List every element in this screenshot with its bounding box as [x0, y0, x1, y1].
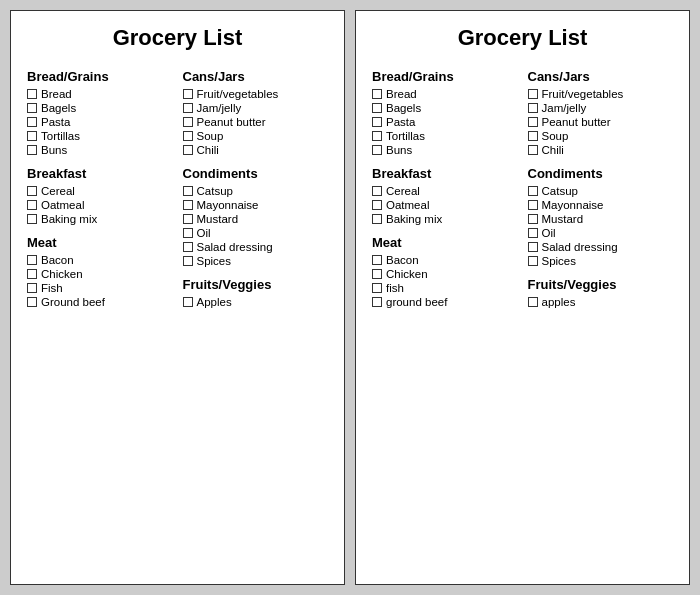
- checkbox-icon[interactable]: [372, 89, 382, 99]
- list-item[interactable]: Bacon: [27, 254, 173, 266]
- item-label: Oil: [197, 227, 211, 239]
- list-item[interactable]: apples: [528, 296, 674, 308]
- list-item[interactable]: Chili: [183, 144, 329, 156]
- checkbox-icon[interactable]: [27, 103, 37, 113]
- list-item[interactable]: Mustard: [528, 213, 674, 225]
- checkbox-icon[interactable]: [528, 89, 538, 99]
- checkbox-icon[interactable]: [528, 131, 538, 141]
- list-item[interactable]: Pasta: [27, 116, 173, 128]
- list-item[interactable]: Oil: [183, 227, 329, 239]
- list-item[interactable]: Oatmeal: [372, 199, 518, 211]
- checkbox-icon[interactable]: [183, 297, 193, 307]
- list-item[interactable]: Cereal: [27, 185, 173, 197]
- checkbox-icon[interactable]: [27, 131, 37, 141]
- checkbox-icon[interactable]: [372, 200, 382, 210]
- checkbox-icon[interactable]: [528, 242, 538, 252]
- list-item[interactable]: Mayonnaise: [183, 199, 329, 211]
- list-item[interactable]: Catsup: [183, 185, 329, 197]
- checkbox-icon[interactable]: [372, 131, 382, 141]
- list-item[interactable]: Mayonnaise: [528, 199, 674, 211]
- list-item[interactable]: Tortillas: [27, 130, 173, 142]
- list-item[interactable]: Bread: [27, 88, 173, 100]
- checkbox-icon[interactable]: [183, 117, 193, 127]
- list-item[interactable]: Catsup: [528, 185, 674, 197]
- list-item[interactable]: Fruit/vegetables: [183, 88, 329, 100]
- checkbox-icon[interactable]: [183, 103, 193, 113]
- list-item[interactable]: ground beef: [372, 296, 518, 308]
- list-item[interactable]: Peanut butter: [183, 116, 329, 128]
- item-label: Buns: [386, 144, 412, 156]
- list-item[interactable]: Buns: [27, 144, 173, 156]
- list-item[interactable]: Tortillas: [372, 130, 518, 142]
- checkbox-icon[interactable]: [27, 269, 37, 279]
- checkbox-icon[interactable]: [372, 283, 382, 293]
- checkbox-icon[interactable]: [528, 256, 538, 266]
- checkbox-icon[interactable]: [27, 145, 37, 155]
- list-item[interactable]: Salad dressing: [183, 241, 329, 253]
- checkbox-icon[interactable]: [528, 214, 538, 224]
- checkbox-icon[interactable]: [183, 186, 193, 196]
- list-item[interactable]: Ground beef: [27, 296, 173, 308]
- list-item[interactable]: Peanut butter: [528, 116, 674, 128]
- checkbox-icon[interactable]: [528, 200, 538, 210]
- checkbox-icon[interactable]: [372, 214, 382, 224]
- list-item[interactable]: fish: [372, 282, 518, 294]
- list-item[interactable]: Fruit/vegetables: [528, 88, 674, 100]
- list-item[interactable]: Baking mix: [372, 213, 518, 225]
- list-item[interactable]: Jam/jelly: [528, 102, 674, 114]
- list-item[interactable]: Chicken: [27, 268, 173, 280]
- checkbox-icon[interactable]: [528, 145, 538, 155]
- checkbox-icon[interactable]: [528, 103, 538, 113]
- checkbox-icon[interactable]: [27, 283, 37, 293]
- list-item[interactable]: Fish: [27, 282, 173, 294]
- checkbox-icon[interactable]: [27, 214, 37, 224]
- list-item[interactable]: Cereal: [372, 185, 518, 197]
- list-item[interactable]: Salad dressing: [528, 241, 674, 253]
- list-item[interactable]: Bagels: [27, 102, 173, 114]
- checkbox-icon[interactable]: [183, 89, 193, 99]
- list-item[interactable]: Spices: [528, 255, 674, 267]
- checkbox-icon[interactable]: [183, 131, 193, 141]
- checkbox-icon[interactable]: [183, 200, 193, 210]
- checkbox-icon[interactable]: [27, 297, 37, 307]
- checkbox-icon[interactable]: [372, 255, 382, 265]
- checkbox-icon[interactable]: [372, 145, 382, 155]
- list-item[interactable]: Spices: [183, 255, 329, 267]
- list-item[interactable]: Baking mix: [27, 213, 173, 225]
- checkbox-icon[interactable]: [528, 228, 538, 238]
- list-item[interactable]: Oil: [528, 227, 674, 239]
- list-item[interactable]: Bacon: [372, 254, 518, 266]
- list-item[interactable]: Oatmeal: [27, 199, 173, 211]
- list-item[interactable]: Bagels: [372, 102, 518, 114]
- checkbox-icon[interactable]: [27, 186, 37, 196]
- checkbox-icon[interactable]: [183, 214, 193, 224]
- checkbox-icon[interactable]: [183, 256, 193, 266]
- list-item[interactable]: Bread: [372, 88, 518, 100]
- item-label: Salad dressing: [197, 241, 273, 253]
- list-item[interactable]: Chicken: [372, 268, 518, 280]
- checkbox-icon[interactable]: [372, 297, 382, 307]
- checkbox-icon[interactable]: [27, 89, 37, 99]
- list-item[interactable]: Mustard: [183, 213, 329, 225]
- item-label: Fruit/vegetables: [542, 88, 624, 100]
- list-item[interactable]: Pasta: [372, 116, 518, 128]
- checkbox-icon[interactable]: [372, 186, 382, 196]
- checkbox-icon[interactable]: [528, 117, 538, 127]
- checkbox-icon[interactable]: [27, 117, 37, 127]
- list-item[interactable]: Soup: [183, 130, 329, 142]
- checkbox-icon[interactable]: [183, 228, 193, 238]
- checkbox-icon[interactable]: [27, 200, 37, 210]
- list-item[interactable]: Buns: [372, 144, 518, 156]
- checkbox-icon[interactable]: [528, 297, 538, 307]
- checkbox-icon[interactable]: [528, 186, 538, 196]
- list-item[interactable]: Apples: [183, 296, 329, 308]
- list-item[interactable]: Jam/jelly: [183, 102, 329, 114]
- checkbox-icon[interactable]: [372, 117, 382, 127]
- checkbox-icon[interactable]: [372, 103, 382, 113]
- checkbox-icon[interactable]: [183, 145, 193, 155]
- list-item[interactable]: Chili: [528, 144, 674, 156]
- checkbox-icon[interactable]: [27, 255, 37, 265]
- checkbox-icon[interactable]: [183, 242, 193, 252]
- checkbox-icon[interactable]: [372, 269, 382, 279]
- list-item[interactable]: Soup: [528, 130, 674, 142]
